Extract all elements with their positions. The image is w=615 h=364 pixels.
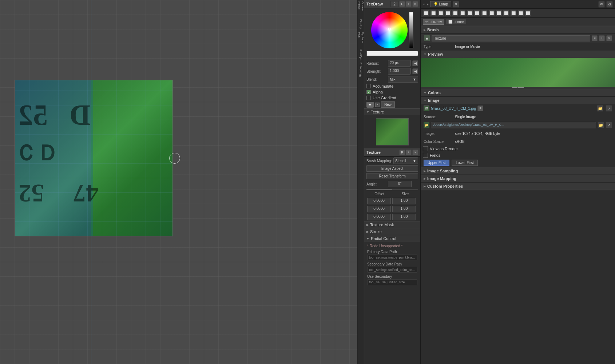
lamp-close-btn[interactable]: × <box>453 1 459 8</box>
icon-btn-13[interactable]: ⬜ <box>510 10 517 16</box>
texture-section-header[interactable]: ▼ Texture <box>364 108 420 115</box>
size-z-input[interactable]: 1.00 <box>392 214 416 220</box>
texture-plus-btn[interactable]: + <box>406 149 412 155</box>
upper-first-btn[interactable]: Upper First <box>424 160 449 166</box>
image-sampling-header[interactable]: ▶ Image Sampling <box>421 167 615 175</box>
color-value-bar[interactable] <box>366 51 418 56</box>
angle-input[interactable]: 0° <box>388 181 412 187</box>
file-open-btn[interactable]: ↗ <box>606 122 612 128</box>
toolbar-dyntopo[interactable]: Dyntopo Plus <box>358 32 364 47</box>
source-row: Source: Single Image <box>421 113 615 121</box>
texture-name-row: ■ Texture F + × <box>421 34 615 43</box>
texture-mask-section-header[interactable]: ▶ Texture Mask <box>364 221 420 228</box>
file-path-field[interactable]: /Users/craigjones/Desktop/Grass_03_UV_H_… <box>431 122 596 128</box>
strength-expand-btn[interactable]: ◀ <box>412 68 418 74</box>
icon-btn-15[interactable]: ⬜ <box>525 10 531 16</box>
viewport[interactable]: 52 D ＣＤ 52 47 <box>0 0 357 364</box>
texdraw-mode-btn[interactable]: ✏ TexDraw <box>423 19 444 25</box>
texture-close-btn[interactable]: × <box>412 149 418 155</box>
colors-section-header[interactable]: ▼ Colors <box>421 89 615 96</box>
size-x-input[interactable]: 1.00 <box>392 198 416 204</box>
image-section-header[interactable]: ▼ Image <box>421 97 615 104</box>
icon-btn-4[interactable]: ⬜ <box>445 10 451 16</box>
color-swatch[interactable]: ■ <box>366 102 374 108</box>
image-open-btn[interactable]: ↗ <box>606 105 612 112</box>
rp-texture-close-btn[interactable]: × <box>606 35 612 41</box>
brush-mapping-dropdown[interactable]: Stencil ▼ <box>393 157 418 164</box>
offset-x-input[interactable]: 0.0000 <box>367 198 391 204</box>
rp-texture-f-btn[interactable]: F <box>592 35 598 41</box>
image-browse-btn[interactable]: 📁 <box>597 105 603 112</box>
image-mapping-header[interactable]: ▶ Image Mapping <box>421 175 615 182</box>
icon-btn-14[interactable]: ⬜ <box>517 10 524 16</box>
stroke-section-header[interactable]: ▶ Stroke <box>364 228 420 235</box>
texture-name-btn[interactable]: Texture <box>432 35 590 41</box>
color-wheel[interactable] <box>371 12 408 48</box>
fields-label: Fields <box>430 153 440 157</box>
icon-btn-8[interactable]: ⬜ <box>474 10 480 16</box>
offset-z-input[interactable]: 0.0000 <box>367 214 391 220</box>
toolbar-grease-pencil[interactable]: Grease Pencil <box>358 1 364 16</box>
image-size-row: Image: size 1024 x 1024, RGB byte <box>421 129 615 137</box>
size-y-input[interactable]: 1.00 <box>392 206 416 212</box>
texdraw-mode-label: TexDraw <box>429 20 442 24</box>
icon-btn-12[interactable]: ⬜ <box>503 10 509 16</box>
alpha-checkbox[interactable]: ✓ <box>366 90 371 94</box>
image-name-row: 🖼 Grass_03_UV_H_CM_1.jpg F 📁 ↗ <box>421 104 615 113</box>
angle-slider[interactable] <box>366 189 418 190</box>
new-btn[interactable]: New <box>381 101 395 108</box>
image-aspect-btn[interactable]: Image Aspect <box>366 165 418 172</box>
icon-btn-10[interactable]: ⬜ <box>488 10 495 16</box>
fields-row: Fields <box>421 152 615 159</box>
custom-properties-header[interactable]: ▶ Custom Properties <box>421 183 615 190</box>
icon-btn-9[interactable]: ⬜ <box>481 10 488 16</box>
toolbar-retopology[interactable]: Retopology <box>358 63 364 77</box>
texture-f-btn[interactable]: F <box>399 149 405 155</box>
icon-btn-2[interactable]: ⬜ <box>430 10 437 16</box>
icon-btn-7[interactable]: ⬜ <box>467 10 473 16</box>
toolbar-display[interactable]: Display <box>358 17 364 31</box>
texture-subpanel-controls: F + × <box>399 149 418 155</box>
reset-transform-btn[interactable]: Reset Transform <box>366 173 418 179</box>
color-space-value: sRGB <box>455 140 465 144</box>
settings-btn[interactable]: ⚙ <box>606 1 613 8</box>
rp-texture-plus-btn[interactable]: + <box>599 35 605 41</box>
brush-section-header[interactable]: ▶ Brush <box>421 26 615 33</box>
view-as-render-toggle[interactable] <box>423 146 428 151</box>
icon-btn-1[interactable]: ⬜ <box>423 10 429 16</box>
texdraw-close-btn[interactable]: × <box>412 1 418 7</box>
icon-btn-3[interactable]: ⬜ <box>437 10 444 16</box>
texture-mode-btn[interactable]: ⬜ Texture <box>446 19 467 25</box>
color-brightness-bar[interactable] <box>409 12 413 48</box>
offset-y-input[interactable]: 0.0000 <box>367 206 391 212</box>
radius-expand-btn[interactable]: ◀ <box>412 60 418 66</box>
use-gradient-checkbox[interactable] <box>366 96 371 100</box>
toolbar-hardops[interactable]: HardOps <box>358 47 364 62</box>
lamp-badge[interactable]: 💡 Lamp <box>430 1 451 7</box>
preview-section-header[interactable]: ▼ Preview <box>421 51 615 58</box>
image-name-container: 🖼 Grass_03_UV_H_CM_1.jpg F <box>424 105 595 111</box>
radial-control-title: Radial Control <box>371 236 396 241</box>
icon-btn-5[interactable]: ⬜ <box>452 10 459 16</box>
texdraw-plus-btn[interactable]: + <box>406 1 412 7</box>
file-browse-btn[interactable]: 📁 <box>598 122 604 128</box>
icon-btn-6[interactable]: ⬜ <box>459 10 466 16</box>
add-swatch-btn[interactable]: + <box>375 103 380 107</box>
radial-control-section-header[interactable]: ▼ Radial Control <box>364 235 420 242</box>
fields-toggle[interactable] <box>423 153 428 158</box>
eye-btn[interactable]: 👁 <box>598 1 605 8</box>
accumulate-checkbox[interactable] <box>366 84 371 88</box>
brush-mapping-row: Brush Mapping: Stencil ▼ <box>364 157 420 165</box>
image-preview <box>421 58 615 89</box>
icon-btn-11[interactable]: ⬜ <box>496 10 502 16</box>
texture-name-label: Texture <box>434 36 446 40</box>
texdraw-f-btn[interactable]: F <box>399 1 405 7</box>
lower-first-btn[interactable]: Lower First <box>452 160 477 166</box>
canvas-image[interactable]: 52 D ＣＤ 52 47 <box>15 80 173 236</box>
image-f-btn[interactable]: F <box>477 105 483 111</box>
strength-input[interactable]: 1.000 <box>388 68 411 75</box>
blend-dropdown[interactable]: Mix ▼ <box>388 76 418 83</box>
image-name: Grass_03_UV_H_CM_1.jpg <box>431 107 476 111</box>
texdraw-number[interactable]: 2 <box>390 1 398 7</box>
radius-input[interactable]: 20 px <box>388 60 411 67</box>
